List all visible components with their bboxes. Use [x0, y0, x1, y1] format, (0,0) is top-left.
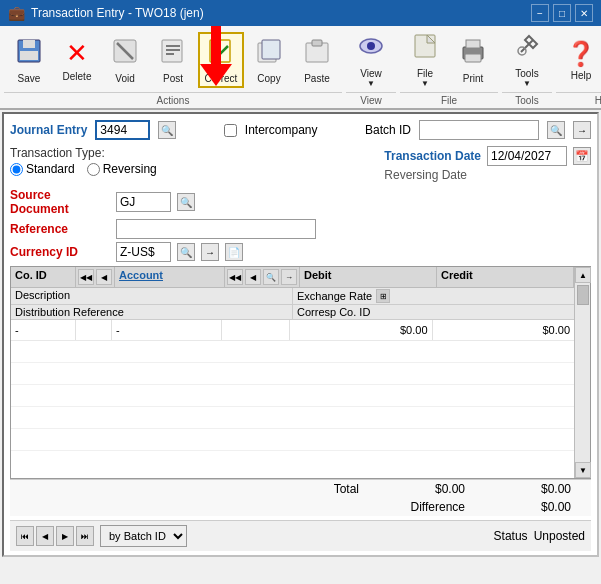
- entry-grid: Co. ID ◀◀ ◀ Account ◀◀ ◀ 🔍 →: [10, 266, 591, 479]
- col-header-account[interactable]: Account: [115, 267, 225, 287]
- txn-date-input[interactable]: [487, 146, 567, 166]
- currency-doc-button[interactable]: 📄: [225, 243, 243, 261]
- calendar-icon-button[interactable]: 📅: [573, 147, 591, 165]
- post-icon: [159, 37, 187, 71]
- batch-id-nav-button[interactable]: →: [573, 121, 591, 139]
- vertical-scrollbar: ▲ ▼: [574, 267, 590, 478]
- scroll-up-button[interactable]: ▲: [575, 267, 591, 283]
- journal-entry-search-button[interactable]: 🔍: [158, 121, 176, 139]
- help-button[interactable]: ❓ Help: [558, 32, 601, 88]
- txn-date-row: Transaction Date 📅: [384, 146, 591, 166]
- svg-rect-5: [162, 40, 182, 62]
- paste-button[interactable]: Paste: [294, 32, 340, 88]
- paste-icon: [303, 37, 331, 71]
- minimize-button[interactable]: −: [531, 4, 549, 22]
- grid-header-row1: Co. ID ◀◀ ◀ Account ◀◀ ◀ 🔍 →: [11, 267, 574, 288]
- toolbar: Save ✕ Delete Void: [0, 26, 601, 110]
- main-content: Journal Entry 🔍 Intercompany Batch ID 🔍 …: [2, 112, 599, 557]
- tools-icon: [513, 32, 541, 66]
- scroll-track: [575, 283, 590, 462]
- scroll-down-button[interactable]: ▼: [575, 462, 591, 478]
- currency-nav-button[interactable]: →: [201, 243, 219, 261]
- journal-entry-row: Journal Entry 🔍 Intercompany Batch ID 🔍 …: [10, 120, 591, 140]
- nav-prev-button[interactable]: ◀: [36, 526, 54, 546]
- reversing-radio[interactable]: [87, 163, 100, 176]
- file-icon: [411, 32, 439, 66]
- scroll-thumb[interactable]: [577, 285, 589, 305]
- batch-id-search-button[interactable]: 🔍: [547, 121, 565, 139]
- paste-label: Paste: [304, 73, 330, 84]
- source-doc-row: Source Document 🔍: [10, 188, 316, 216]
- print-icon: [459, 37, 487, 71]
- grid-search-button-2[interactable]: 🔍: [263, 269, 279, 285]
- reversing-date-row: Reversing Date: [384, 168, 467, 182]
- view-label: View: [360, 68, 382, 79]
- grid-arrow-button[interactable]: →: [281, 269, 297, 285]
- help-group: ❓ Help Add Note H: [556, 30, 601, 108]
- row-nav-spacer-2: [222, 320, 290, 340]
- grid-header-row3: Distribution Reference Corresp Co. ID: [11, 305, 574, 320]
- table-row: [11, 451, 574, 473]
- txn-type-label: Transaction Type:: [10, 146, 157, 160]
- red-arrow-indicator: [200, 26, 232, 86]
- col-header-credit: Credit: [437, 267, 574, 287]
- col-nav-controls-2: ◀◀ ◀ 🔍 →: [225, 267, 300, 287]
- exchange-rate-header: Exchange Rate ⊞: [293, 288, 574, 304]
- post-button[interactable]: Post: [150, 32, 196, 88]
- window-title: Transaction Entry - TWO18 (jen): [31, 6, 531, 20]
- journal-entry-input[interactable]: [95, 120, 150, 140]
- source-doc-input[interactable]: [116, 192, 171, 212]
- total-label: Total: [334, 482, 359, 496]
- grid-nav-prev[interactable]: ◀: [96, 269, 112, 285]
- currency-search-button[interactable]: 🔍: [177, 243, 195, 261]
- source-doc-search-button[interactable]: 🔍: [177, 193, 195, 211]
- total-credit-value: $0.00: [481, 482, 571, 496]
- row-account: -: [112, 320, 222, 340]
- copy-button[interactable]: Copy: [246, 32, 292, 88]
- intercompany-checkbox[interactable]: [224, 124, 237, 137]
- journal-entry-label: Journal Entry: [10, 123, 87, 137]
- batch-id-input[interactable]: [419, 120, 539, 140]
- svg-rect-19: [466, 40, 480, 48]
- table-row: [11, 385, 574, 407]
- grid-nav-prev-2[interactable]: ◀: [245, 269, 261, 285]
- status-label: Status: [494, 529, 528, 543]
- tools-button[interactable]: Tools ▼: [504, 32, 550, 88]
- source-ref-section: Source Document 🔍 Reference Currency ID …: [10, 188, 316, 262]
- txn-type-section: Transaction Type: Standard Reversing: [10, 146, 157, 176]
- nav-last-button[interactable]: ⏭: [76, 526, 94, 546]
- void-button[interactable]: Void: [102, 32, 148, 88]
- difference-label: Difference: [411, 500, 465, 514]
- view-button[interactable]: View ▼: [348, 32, 394, 88]
- svg-rect-11: [262, 40, 280, 59]
- print-button[interactable]: Print: [450, 32, 496, 88]
- file-button[interactable]: File ▼: [402, 32, 448, 88]
- batch-nav-dropdown[interactable]: by Batch ID: [100, 525, 187, 547]
- grid-nav-first[interactable]: ◀◀: [78, 269, 94, 285]
- maximize-button[interactable]: □: [553, 4, 571, 22]
- reference-input[interactable]: [116, 219, 316, 239]
- nav-next-button[interactable]: ▶: [56, 526, 74, 546]
- txn-type-date-row: Transaction Type: Standard Reversing Tra…: [10, 146, 591, 182]
- window-controls[interactable]: − □ ✕: [531, 4, 593, 22]
- standard-radio[interactable]: [10, 163, 23, 176]
- grid-nav-first-2[interactable]: ◀◀: [227, 269, 243, 285]
- standard-radio-item: Standard: [10, 162, 75, 176]
- void-label: Void: [115, 73, 134, 84]
- date-section: Transaction Date 📅 Reversing Date: [384, 146, 591, 182]
- help-label: Help: [571, 70, 592, 81]
- description-header: Description: [11, 288, 293, 304]
- close-button[interactable]: ✕: [575, 4, 593, 22]
- svg-rect-2: [20, 51, 38, 60]
- file-label-group: File: [400, 92, 498, 108]
- batch-id-label: Batch ID: [365, 123, 411, 137]
- currency-id-input[interactable]: [116, 242, 171, 262]
- exchange-rate-expand[interactable]: ⊞: [376, 289, 390, 303]
- currency-id-label: Currency ID: [10, 245, 110, 259]
- intercompany-label: Intercompany: [245, 123, 318, 137]
- save-button[interactable]: Save: [6, 32, 52, 88]
- delete-button[interactable]: ✕ Delete: [54, 32, 100, 88]
- reference-label: Reference: [10, 222, 110, 236]
- copy-icon: [255, 37, 283, 71]
- nav-first-button[interactable]: ⏮: [16, 526, 34, 546]
